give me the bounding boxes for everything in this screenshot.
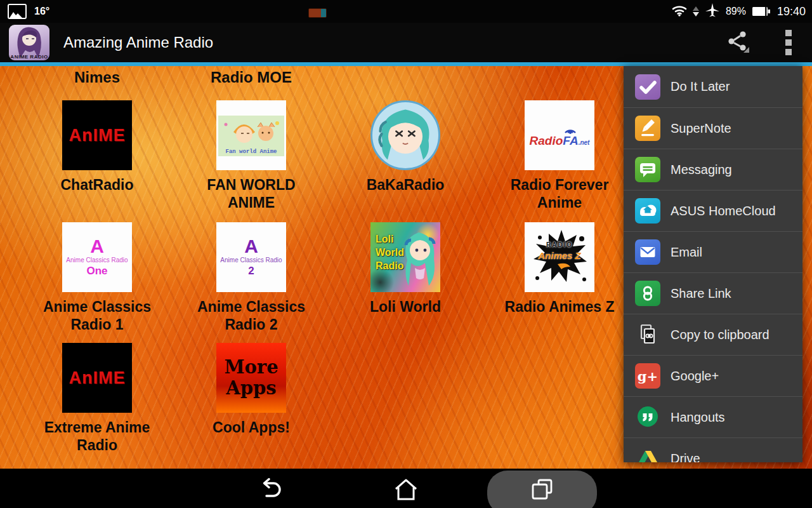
back-button[interactable] bbox=[254, 474, 285, 504]
temperature-indicator: 16° bbox=[34, 6, 49, 17]
share-link-icon bbox=[635, 281, 660, 306]
recents-button[interactable] bbox=[487, 471, 597, 508]
fan-world-tile-art: Fan world Anime bbox=[216, 100, 286, 170]
email-icon bbox=[635, 239, 660, 265]
clock: 19:40 bbox=[777, 5, 806, 18]
station-fan-world-anime[interactable]: Fan world Anime FAN WORLD ANIME bbox=[188, 100, 315, 211]
wifi-icon bbox=[672, 4, 687, 19]
page-title: Amazing Anime Radio bbox=[63, 34, 726, 51]
station-anime-classics-radio-2[interactable]: A Anime Classics Radio 2 Anime Classics … bbox=[188, 222, 315, 333]
menu-item-supernote[interactable]: SuperNote bbox=[624, 107, 802, 149]
navigation-bar bbox=[0, 469, 812, 508]
station-cool-apps[interactable]: More Apps Cool Apps! bbox=[188, 343, 315, 436]
acr1-tile-art: A Anime Classics Radio One bbox=[62, 222, 132, 292]
app-bar: ANIME RADIO Amazing Anime Radio bbox=[0, 23, 812, 62]
station-label: Anime Classics Radio 1 bbox=[34, 298, 160, 333]
app-logo: ANIME RADIO bbox=[9, 25, 49, 60]
station-label: ChatRadio bbox=[61, 176, 134, 194]
station-label-radio-moe[interactable]: Radio MOE bbox=[188, 69, 315, 86]
supernote-icon bbox=[635, 116, 660, 141]
menu-item-do-it-later[interactable]: Do It Later bbox=[624, 66, 802, 107]
station-label: Radio Forever Anime bbox=[496, 176, 623, 211]
app-logo-caption: ANIME RADIO bbox=[9, 54, 49, 60]
data-transfer-arrows-icon bbox=[693, 6, 699, 17]
extreme-anime-tile-art: AnIME bbox=[62, 343, 132, 413]
menu-item-drive[interactable]: Drive bbox=[624, 438, 802, 462]
radiofa-tile-art: RadioFA.net bbox=[525, 100, 594, 170]
home-button[interactable] bbox=[391, 474, 421, 504]
battery-percent: 89% bbox=[726, 6, 746, 17]
station-label: FAN WORLD ANIME bbox=[188, 176, 315, 211]
more-apps-tile-art: More Apps bbox=[216, 343, 286, 413]
station-label: Radio Animes Z bbox=[505, 298, 615, 316]
overflow-menu-button[interactable] bbox=[783, 27, 794, 58]
copy-to-clipboard-icon bbox=[635, 322, 660, 347]
status-bar: 16° 89% 19:40 bbox=[0, 0, 812, 23]
animes-z-tile-art: RADIO Animes Z bbox=[525, 222, 594, 292]
loli-world-tile-art: Loli World Radio bbox=[370, 222, 440, 292]
drive-icon bbox=[635, 446, 660, 462]
station-radio-forever-anime[interactable]: RadioFA.net Radio Forever Anime bbox=[496, 100, 623, 211]
menu-item-share-link[interactable]: Share Link bbox=[624, 272, 802, 314]
menu-item-asus-homecloud[interactable]: ASUS HomeCloud bbox=[624, 190, 802, 231]
station-bakaradio[interactable]: BaKaRadio bbox=[342, 100, 469, 194]
menu-item-messaging[interactable]: Messaging bbox=[624, 149, 802, 190]
station-chatradio[interactable]: AnIME ChatRadio bbox=[34, 100, 160, 194]
do-it-later-icon bbox=[635, 74, 660, 100]
station-label: Loli World bbox=[370, 298, 441, 316]
bakaradio-tile-art bbox=[370, 100, 440, 170]
battery-icon bbox=[752, 6, 771, 17]
airplane-mode-icon bbox=[705, 3, 720, 20]
homecloud-icon bbox=[635, 198, 660, 224]
menu-item-copy-to-clipboard[interactable]: Copy to clipboard bbox=[624, 314, 802, 355]
app-notification-icon bbox=[308, 8, 327, 18]
menu-item-google-plus[interactable]: g+ Google+ bbox=[624, 355, 802, 396]
screenshot-notification-icon bbox=[8, 4, 27, 19]
station-label: BaKaRadio bbox=[367, 176, 445, 194]
menu-item-email[interactable]: Email bbox=[624, 231, 802, 272]
menu-item-hangouts[interactable]: Hangouts bbox=[624, 396, 802, 438]
station-label: Extreme Anime Radio bbox=[34, 418, 160, 454]
hangouts-icon bbox=[635, 404, 660, 430]
station-label-nimes[interactable]: Nimes bbox=[34, 69, 160, 86]
station-label: Anime Classics Radio 2 bbox=[188, 298, 315, 333]
station-anime-classics-radio-1[interactable]: A Anime Classics Radio One Anime Classic… bbox=[34, 222, 160, 333]
share-button[interactable] bbox=[726, 29, 750, 56]
station-loli-world[interactable]: Loli World Radio Loli World bbox=[342, 222, 469, 316]
google-plus-icon: g+ bbox=[635, 363, 660, 389]
acr2-tile-art: A Anime Classics Radio 2 bbox=[216, 222, 286, 292]
station-label: Cool Apps! bbox=[213, 418, 290, 436]
chatradio-tile-art: AnIME bbox=[62, 100, 132, 170]
station-radio-animes-z[interactable]: RADIO Animes Z Radio Animes Z bbox=[496, 222, 623, 316]
station-extreme-anime-radio[interactable]: AnIME Extreme Anime Radio bbox=[34, 343, 160, 454]
share-menu: Do It Later SuperNote Messaging bbox=[624, 66, 802, 462]
messaging-icon bbox=[635, 157, 660, 182]
